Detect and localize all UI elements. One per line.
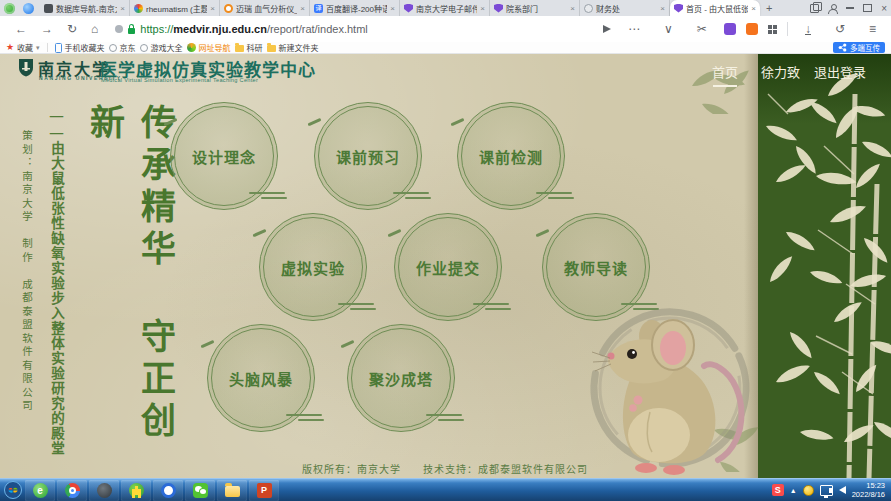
volume-icon[interactable] — [839, 486, 846, 494]
favorites-label: 收藏 — [17, 42, 33, 53]
browser-tab-4[interactable]: 译 百度翻译-200种语言互 × — [310, 0, 400, 16]
taskbar-app-chrome[interactable] — [57, 480, 87, 501]
browser-logo-icon[interactable] — [4, 3, 15, 14]
close-button[interactable]: × — [881, 1, 887, 15]
home-icon[interactable]: ⌂ — [91, 22, 98, 36]
taskbar-app-360browser[interactable]: e — [25, 480, 55, 501]
back-icon[interactable]: ← — [15, 22, 27, 36]
browser-tab-7[interactable]: 财务处 × — [580, 0, 670, 16]
bookmark-research[interactable]: 科研 — [235, 42, 263, 53]
bookmark-navsite[interactable]: 网址导航 — [187, 42, 231, 53]
circle-button-design-concept[interactable]: 设计理念 — [170, 102, 278, 210]
tab-title: 南京大学电子邮件系统 — [416, 3, 477, 14]
extension-orange-icon[interactable] — [746, 23, 758, 35]
tab-close-icon[interactable]: × — [210, 4, 215, 13]
taskbar-app-powerpoint[interactable]: P — [249, 480, 279, 501]
tab-close-icon[interactable]: × — [480, 4, 485, 13]
reload-icon[interactable]: ↻ — [67, 22, 77, 36]
nav-username[interactable]: 徐力致 — [761, 62, 800, 81]
taskbar-app-wechat[interactable] — [185, 480, 215, 501]
divider — [47, 43, 48, 52]
tab-close-icon[interactable]: × — [570, 4, 575, 13]
browser-tab-5[interactable]: 南京大学电子邮件系统 × — [400, 0, 490, 16]
browser-tab-bar: 数据库导航-南京大学图 × rheumatism (主题) AND × 迈瑞 血… — [0, 0, 891, 16]
maximize-button[interactable] — [863, 1, 872, 15]
address-bar-actions: ⋯ ∨ ✂ ↓ ↺ ≡ — [603, 22, 883, 36]
page-content: 南京大学 NANJING UNIVERSITY 医学虚拟仿真实验教学中心 Med… — [0, 54, 891, 478]
cloud-ornament — [286, 414, 328, 423]
bookmark-newfolder[interactable]: 新建文件夹 — [267, 42, 319, 53]
favorites-button[interactable]: ★ 收藏 ▾ — [6, 42, 40, 53]
tab-close-icon[interactable]: × — [120, 4, 125, 13]
chevron-down-icon[interactable]: ∨ — [664, 22, 673, 36]
extension-purple-icon[interactable] — [724, 23, 736, 35]
forward-icon[interactable]: → — [41, 22, 53, 36]
more-icon[interactable]: ⋯ — [628, 22, 640, 36]
circle-button-brainstorm[interactable]: 头脑风暴 — [207, 324, 315, 432]
minimize-button[interactable] — [846, 1, 854, 15]
bookmark-jd[interactable]: 京东 — [109, 42, 136, 53]
download-icon[interactable]: ↓ — [805, 24, 811, 35]
bookmark-mobile[interactable]: 手机收藏夹 — [55, 42, 105, 53]
apps-grid-icon[interactable] — [768, 25, 777, 34]
new-tab-button[interactable]: + — [760, 1, 778, 16]
menu-icon[interactable]: ≡ — [869, 22, 876, 36]
shield-icon — [404, 4, 413, 13]
user-account-icon[interactable] — [828, 1, 837, 15]
tab-close-icon[interactable]: × — [390, 4, 395, 13]
browser-tab-active[interactable]: 首页 - 由大鼠低张性缺 × — [670, 0, 760, 16]
divider — [787, 22, 788, 36]
tab-close-icon[interactable]: × — [300, 4, 305, 13]
globe-icon — [584, 4, 593, 13]
tray-expand-icon[interactable]: ▲ — [790, 487, 797, 494]
taskbar-clock[interactable]: 15:23 2022/8/16 — [852, 481, 885, 499]
globe-icon — [109, 44, 117, 52]
tab-title: rheumatism (主题) AND — [146, 3, 207, 14]
circle-button-virtual-experiment[interactable]: 虚拟实验 — [259, 213, 367, 321]
url-text: https://medvir.nju.edu.cn/report/rat/ind… — [140, 23, 367, 35]
nav-home[interactable]: 首页 — [712, 62, 738, 81]
tab-close-icon[interactable]: × — [751, 4, 756, 13]
browser-profile-icon[interactable] — [23, 3, 34, 14]
browser-360-icon: e — [33, 483, 48, 498]
browser-tab-6[interactable]: 院系部门 × — [490, 0, 580, 16]
folder-icon — [235, 45, 244, 52]
windows-orb-icon — [4, 481, 22, 499]
browser-tab-2[interactable]: rheumatism (主题) AND × — [130, 0, 220, 16]
send-icon[interactable] — [603, 25, 611, 33]
url-field[interactable]: https://medvir.nju.edu.cn/report/rat/ind… — [115, 23, 603, 35]
share-badge[interactable]: 多端互传 — [833, 42, 885, 53]
bamboo-illustration — [758, 54, 891, 478]
history-undo-icon[interactable]: ↺ — [835, 22, 845, 36]
security-ball-icon[interactable] — [803, 485, 814, 496]
shield-icon — [494, 4, 503, 13]
taskbar-app-dark[interactable] — [89, 480, 119, 501]
tab-title: 百度翻译-200种语言互 — [326, 3, 387, 14]
url-scheme: https:// — [140, 23, 173, 35]
bookmark-games[interactable]: 游戏大全 — [140, 42, 183, 53]
browser-tab-1[interactable]: 数据库导航-南京大学图 × — [40, 0, 130, 16]
start-button[interactable] — [2, 479, 24, 501]
browser-tab-3[interactable]: 迈瑞 血气分析仪_360搜 × — [220, 0, 310, 16]
taskbar-app-explorer[interactable] — [217, 480, 247, 501]
screen: 数据库导航-南京大学图 × rheumatism (主题) AND × 迈瑞 血… — [0, 0, 891, 501]
nju-logo-icon — [18, 58, 34, 77]
caret-down-icon: ▾ — [36, 44, 40, 52]
explorer-folder-icon — [225, 486, 240, 497]
multi-window-icon[interactable] — [810, 1, 819, 15]
sogou-input-icon[interactable]: S — [772, 484, 784, 496]
nav-logout[interactable]: 退出登录 — [814, 62, 866, 81]
circle-button-preclass-test[interactable]: 课前检测 — [457, 102, 565, 210]
circle-button-sand-to-tower[interactable]: 聚沙成塔 — [347, 324, 455, 432]
tab-close-icon[interactable]: × — [660, 4, 665, 13]
scissors-icon[interactable]: ✂ — [697, 22, 707, 36]
taskbar-app-opera[interactable] — [153, 480, 183, 501]
baidu-translate-icon: 译 — [314, 4, 323, 13]
cloud-ornament — [426, 414, 468, 423]
taskbar-app-antivirus[interactable] — [121, 480, 151, 501]
circle-button-homework-submit[interactable]: 作业提交 — [394, 213, 502, 321]
circle-button-preclass-preview[interactable]: 课前预习 — [314, 102, 422, 210]
chrome-icon — [65, 483, 80, 498]
cloud-ornament — [249, 192, 291, 201]
tab-title: 财务处 — [596, 3, 620, 14]
